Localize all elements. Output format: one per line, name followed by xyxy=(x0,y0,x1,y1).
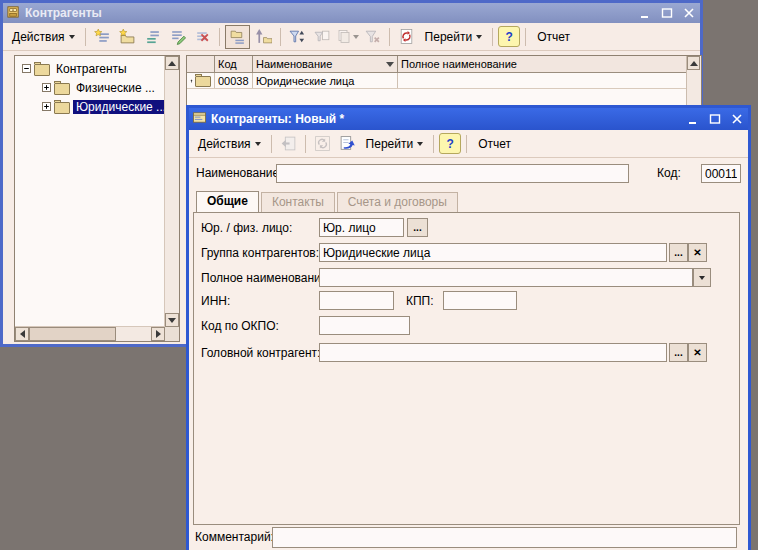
scroll-up-icon[interactable] xyxy=(687,56,700,70)
help-button[interactable]: ? xyxy=(498,26,520,47)
tree-item-label[interactable]: Физические ... xyxy=(73,81,158,95)
reread-icon[interactable] xyxy=(311,133,334,155)
full-name-dropdown-button[interactable] xyxy=(693,268,711,287)
chevron-down-icon xyxy=(699,276,705,280)
delete-mark-icon[interactable] xyxy=(191,26,214,48)
tab-strip: Общие Контакты Счета и договоры xyxy=(196,191,460,212)
groups-tree: Контрагенты Физические ... Юридические .… xyxy=(14,55,180,342)
close-icon[interactable] xyxy=(729,112,745,126)
header-code[interactable]: Код xyxy=(215,56,253,72)
tree-item-legal-entities[interactable]: Юридические ... xyxy=(16,97,164,116)
go-menu-button[interactable]: Перейти xyxy=(420,28,488,46)
expand-icon[interactable] xyxy=(42,83,51,92)
help-button[interactable]: ? xyxy=(439,133,461,154)
actions-menu-button[interactable]: Действия xyxy=(193,135,266,153)
hierarchy-view-icon[interactable] xyxy=(225,25,250,49)
go-menu-button[interactable]: Перейти xyxy=(361,135,429,153)
head-counterparty-label: Головной контрагент: xyxy=(201,346,320,360)
okpo-input[interactable] xyxy=(319,316,410,335)
full-name-input[interactable] xyxy=(319,268,693,287)
refresh-icon[interactable] xyxy=(395,26,418,48)
collapse-icon[interactable] xyxy=(22,64,31,73)
expand-icon[interactable] xyxy=(42,102,51,111)
main-window-title: Контрагенты xyxy=(25,6,102,20)
row-type-cell xyxy=(187,73,215,88)
dialog-toolbar: Действия Перейти ? Отчет xyxy=(189,130,748,158)
filter-history-icon[interactable] xyxy=(336,26,359,48)
move-to-group-icon[interactable] xyxy=(252,26,275,48)
close-icon[interactable] xyxy=(681,6,697,20)
table-header: Код Наименование Полное наименование xyxy=(187,56,687,73)
scroll-right-icon[interactable] xyxy=(151,327,165,341)
chevron-down-icon xyxy=(255,142,261,146)
tree-item-label[interactable]: Контрагенты xyxy=(53,62,130,76)
main-titlebar[interactable]: Контрагенты xyxy=(3,3,700,23)
tree-horizontal-scrollbar[interactable] xyxy=(15,326,165,341)
edit-icon[interactable] xyxy=(166,26,189,48)
inn-label: ИНН: xyxy=(201,294,230,308)
group-label: Группа контрагентов: xyxy=(201,246,319,260)
okpo-label: Код по ОКПО: xyxy=(201,319,279,333)
scroll-down-icon[interactable] xyxy=(165,313,179,327)
entity-type-select-button[interactable]: ... xyxy=(407,218,428,237)
report-button[interactable]: Отчет xyxy=(472,135,517,153)
table-row[interactable]: 00038 Юридические лица xyxy=(187,73,687,89)
tree-item-label[interactable]: Юридические ... xyxy=(73,100,164,114)
form-icon xyxy=(192,110,207,128)
tab-general[interactable]: Общие xyxy=(196,191,259,212)
header-icon-column[interactable] xyxy=(187,56,215,72)
tree-item-root[interactable]: Контрагенты xyxy=(16,59,164,78)
tab-accounts-contracts[interactable]: Счета и договоры xyxy=(337,192,458,212)
minimize-icon[interactable] xyxy=(637,6,653,20)
minimize-icon[interactable] xyxy=(685,112,701,126)
add-group-icon[interactable] xyxy=(116,26,139,48)
kpp-label: КПП: xyxy=(406,294,434,308)
clear-filter-icon[interactable] xyxy=(361,26,384,48)
tree-item-individuals[interactable]: Физические ... xyxy=(16,78,164,97)
main-toolbar: Действия Перейти ? Отчет xyxy=(3,23,700,51)
catalog-icon xyxy=(6,4,21,22)
folder-icon xyxy=(34,64,50,76)
tree-vertical-scrollbar[interactable] xyxy=(164,56,179,327)
chevron-down-icon xyxy=(69,35,75,39)
scrollbar-thumb[interactable] xyxy=(29,327,116,341)
report-button[interactable]: Отчет xyxy=(531,28,576,46)
maximize-icon[interactable] xyxy=(659,6,675,20)
entity-type-label: Юр. / физ. лицо: xyxy=(201,221,292,235)
previous-item-icon[interactable] xyxy=(277,133,300,155)
head-counterparty-input[interactable] xyxy=(319,343,667,362)
maximize-icon[interactable] xyxy=(707,112,723,126)
folder-icon xyxy=(195,76,211,87)
name-input[interactable] xyxy=(276,164,629,183)
filter-by-value-icon[interactable] xyxy=(311,26,334,48)
tab-contacts[interactable]: Контакты xyxy=(261,192,335,212)
chevron-down-icon xyxy=(417,142,423,146)
comment-input[interactable] xyxy=(272,527,737,548)
header-name[interactable]: Наименование xyxy=(253,56,398,72)
dialog-titlebar[interactable]: Контрагенты: Новый * xyxy=(189,108,748,130)
code-label: Код: xyxy=(657,166,681,180)
add-item-icon[interactable] xyxy=(91,26,114,48)
go-document-icon[interactable] xyxy=(336,133,359,155)
entity-type-input[interactable] xyxy=(319,218,404,237)
scroll-up-icon[interactable] xyxy=(165,56,179,70)
row-full-name-cell xyxy=(398,73,687,88)
header-full-name[interactable]: Полное наименование xyxy=(398,56,687,72)
counterparty-dialog: Контрагенты: Новый * Действия Перейти ? … xyxy=(186,105,751,550)
group-select-button[interactable]: ... xyxy=(669,243,688,262)
group-input[interactable] xyxy=(319,243,667,262)
desktop: Контрагенты Действия xyxy=(0,0,758,550)
code-input[interactable] xyxy=(701,164,741,183)
sort-filter-icon[interactable] xyxy=(286,26,309,48)
full-name-label: Полное наименование: xyxy=(201,271,331,285)
head-counterparty-clear-button[interactable]: ✕ xyxy=(688,343,707,362)
add-copy-icon[interactable] xyxy=(141,26,164,48)
head-counterparty-select-button[interactable]: ... xyxy=(669,343,688,362)
row-name-cell: Юридические лица xyxy=(253,73,398,88)
group-clear-button[interactable]: ✕ xyxy=(688,243,707,262)
sort-desc-icon xyxy=(386,62,394,67)
scroll-left-icon[interactable] xyxy=(15,327,29,341)
kpp-input[interactable] xyxy=(443,291,517,310)
inn-input[interactable] xyxy=(319,291,394,310)
actions-menu-button[interactable]: Действия xyxy=(7,28,80,46)
